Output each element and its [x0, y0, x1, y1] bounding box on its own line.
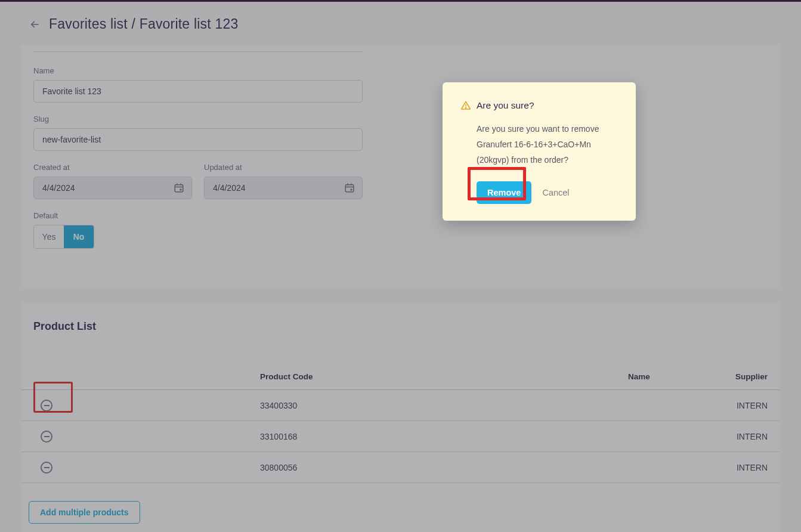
confirm-dialog: Are you sure? Are you sure you want to r…: [443, 82, 636, 221]
warning-icon: [460, 100, 471, 111]
modal-overlay[interactable]: [0, 0, 801, 532]
dialog-title: Are you sure?: [477, 100, 534, 111]
remove-button[interactable]: Remove: [477, 181, 531, 204]
svg-point-12: [465, 107, 466, 108]
cancel-button[interactable]: Cancel: [542, 188, 569, 197]
dialog-body: Are you sure you want to remove Granufer…: [477, 122, 621, 168]
